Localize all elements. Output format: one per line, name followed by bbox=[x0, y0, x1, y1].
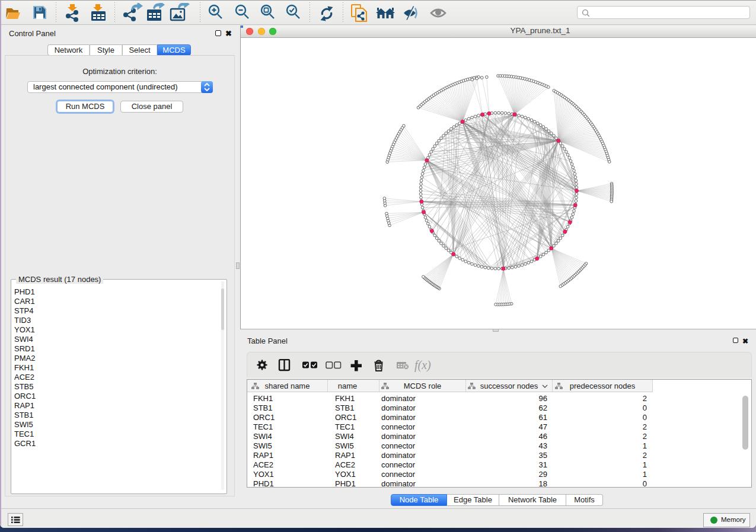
svg-text:f(x): f(x) bbox=[414, 359, 431, 372]
